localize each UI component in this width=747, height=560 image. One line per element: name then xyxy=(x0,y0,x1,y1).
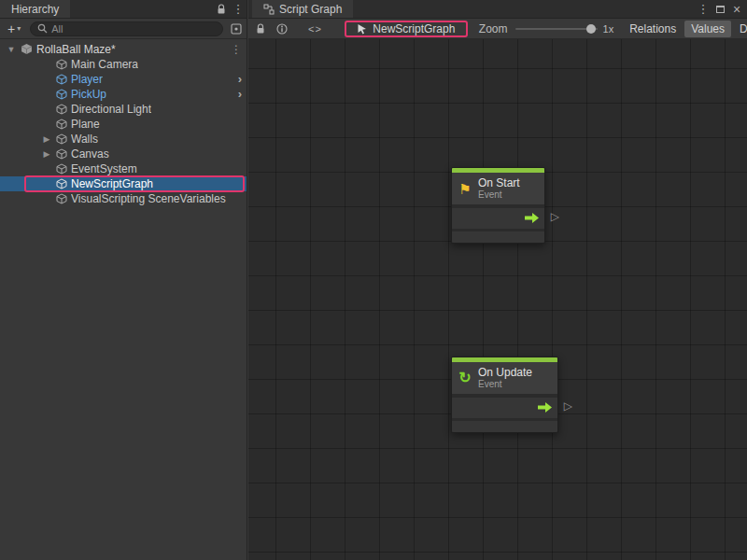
hierarchy-tree: ▼ RollaBall Maze* ⋮ Main Camera Player ›… xyxy=(0,39,247,560)
tab-hierarchy[interactable]: Hierarchy xyxy=(0,0,70,18)
node-ports-row xyxy=(452,398,557,418)
node-ports-row xyxy=(452,208,544,229)
script-graph-icon xyxy=(263,4,275,15)
hierarchy-tabbar: Hierarchy ⋮ xyxy=(0,0,247,19)
kebab-menu-icon[interactable]: ⋮ xyxy=(695,0,712,18)
node-footer xyxy=(452,421,557,432)
loop-icon: ↻ xyxy=(456,371,474,385)
hierarchy-item-canvas[interactable]: ▶ Canvas xyxy=(0,147,247,161)
zoom-label: Zoom xyxy=(479,22,508,35)
flag-icon: ⚑ xyxy=(456,182,474,196)
zoom-slider-handle[interactable] xyxy=(586,24,596,34)
output-port-triangle-icon[interactable]: ▷ xyxy=(564,400,572,412)
node-header[interactable]: ⚑ On Start Event xyxy=(452,173,544,204)
prefab-cube-icon xyxy=(56,89,67,100)
gameobject-cube-icon xyxy=(56,104,67,115)
hierarchy-item-pickup[interactable]: PickUp › xyxy=(0,87,247,102)
info-icon[interactable] xyxy=(276,23,288,35)
unity-editor-window: Hierarchy ⋮ + ▾ All ▼ xyxy=(0,0,747,560)
code-icon[interactable]: <> xyxy=(308,23,322,35)
foldout-open-icon[interactable]: ▼ xyxy=(6,42,17,57)
output-flow-arrow-icon[interactable] xyxy=(538,402,553,413)
graph-breadcrumb-newscriptgraph[interactable]: NewScriptGraph xyxy=(345,21,468,37)
gameobject-cube-icon xyxy=(56,133,67,145)
script-graph-tabbar: Script Graph ⋮ × xyxy=(248,0,747,19)
kebab-menu-icon[interactable]: ⋮ xyxy=(230,0,247,18)
foldout-closed-icon[interactable]: ▶ xyxy=(41,147,52,161)
tabbar-spacer xyxy=(353,0,695,18)
search-picker-icon[interactable] xyxy=(228,19,245,38)
search-placeholder: All xyxy=(51,23,63,35)
item-label: VisualScripting SceneVariables xyxy=(71,191,226,206)
prefab-open-chevron-icon[interactable]: › xyxy=(238,72,242,87)
graph-name-label: NewScriptGraph xyxy=(373,22,455,35)
graph-canvas[interactable]: ⚑ On Start Event ▷ ↻ xyxy=(248,39,747,560)
search-icon xyxy=(37,23,48,34)
gameobject-cube-icon xyxy=(56,193,67,204)
unity-scene-icon xyxy=(21,43,33,55)
node-title: On Start xyxy=(478,177,520,189)
gameobject-cube-icon xyxy=(56,148,67,160)
gameobject-cube-icon xyxy=(56,178,67,189)
chevron-down-icon: ▾ xyxy=(17,24,21,33)
output-flow-arrow-icon[interactable] xyxy=(525,213,540,223)
maximize-icon[interactable] xyxy=(712,0,728,18)
script-graph-panel: Script Graph ⋮ × <> NewScriptGraph Zoom xyxy=(248,0,747,560)
item-label: NewScriptGraph xyxy=(71,176,153,191)
node-titles: On Start Event xyxy=(478,177,520,200)
search-input[interactable]: All xyxy=(30,21,223,36)
lock-icon[interactable] xyxy=(256,23,265,35)
dim-toggle[interactable]: Di xyxy=(733,21,747,37)
foldout-closed-icon[interactable]: ▶ xyxy=(41,132,52,147)
item-label: EventSystem xyxy=(71,161,137,176)
zoom-slider-track[interactable] xyxy=(515,28,598,30)
tab-script-graph[interactable]: Script Graph xyxy=(252,0,353,18)
hierarchy-item-newscriptgraph[interactable]: NewScriptGraph xyxy=(0,176,247,191)
node-footer xyxy=(452,231,544,243)
hierarchy-item-player[interactable]: Player › xyxy=(0,72,247,87)
hierarchy-panel: Hierarchy ⋮ + ▾ All ▼ xyxy=(0,0,247,560)
node-subtitle: Event xyxy=(478,189,520,200)
tab-hierarchy-label: Hierarchy xyxy=(11,3,59,16)
item-label: Walls xyxy=(71,132,98,147)
zoom-slider[interactable] xyxy=(515,23,598,35)
hierarchy-item-directional-light[interactable]: Directional Light xyxy=(0,102,247,117)
scene-row-rollaball-maze[interactable]: ▼ RollaBall Maze* ⋮ xyxy=(0,41,247,57)
node-subtitle: Event xyxy=(478,379,532,389)
item-label: Directional Light xyxy=(71,102,151,117)
item-label: Player xyxy=(71,72,103,87)
relations-toggle[interactable]: Relations xyxy=(623,21,683,37)
prefab-open-chevron-icon[interactable]: › xyxy=(238,87,242,102)
hierarchy-item-walls[interactable]: ▶ Walls xyxy=(0,132,247,147)
gameobject-cube-icon xyxy=(56,59,67,70)
item-label: Canvas xyxy=(71,147,109,161)
node-header[interactable]: ↻ On Update Event xyxy=(452,362,557,394)
add-gameobject-button[interactable]: + ▾ xyxy=(3,21,25,37)
script-graph-toolbar: <> NewScriptGraph Zoom 1x Relations Valu… xyxy=(248,19,747,39)
hierarchy-item-main-camera[interactable]: Main Camera xyxy=(0,57,247,72)
scene-name: RollaBall Maze* xyxy=(36,42,116,57)
node-titles: On Update Event xyxy=(478,367,532,389)
tabbar-spacer xyxy=(70,0,213,18)
node-on-update[interactable]: ↻ On Update Event ▷ xyxy=(451,357,558,433)
item-label: Main Camera xyxy=(71,57,138,72)
zoom-value: 1x xyxy=(603,23,614,35)
hierarchy-item-eventsystem[interactable]: EventSystem xyxy=(0,161,247,176)
close-icon[interactable]: × xyxy=(728,0,745,18)
values-toggle[interactable]: Values xyxy=(684,21,731,37)
tab-script-graph-label: Script Graph xyxy=(279,3,342,16)
plus-icon: + xyxy=(7,22,15,35)
hierarchy-item-visualscripting-scenevariables[interactable]: VisualScripting SceneVariables xyxy=(0,191,247,206)
hierarchy-toolbar: + ▾ All xyxy=(0,19,247,39)
item-label: Plane xyxy=(71,117,100,132)
gameobject-cube-icon xyxy=(56,163,67,175)
prefab-cube-icon xyxy=(56,74,67,85)
lock-icon[interactable] xyxy=(213,0,230,18)
kebab-menu-icon[interactable]: ⋮ xyxy=(231,42,242,57)
gameobject-cube-icon xyxy=(56,119,67,130)
node-on-start[interactable]: ⚑ On Start Event ▷ xyxy=(451,167,545,244)
graph-pointer-icon xyxy=(357,23,367,35)
node-title: On Update xyxy=(478,367,532,379)
output-port-triangle-icon[interactable]: ▷ xyxy=(551,211,559,222)
hierarchy-item-plane[interactable]: Plane xyxy=(0,117,247,132)
